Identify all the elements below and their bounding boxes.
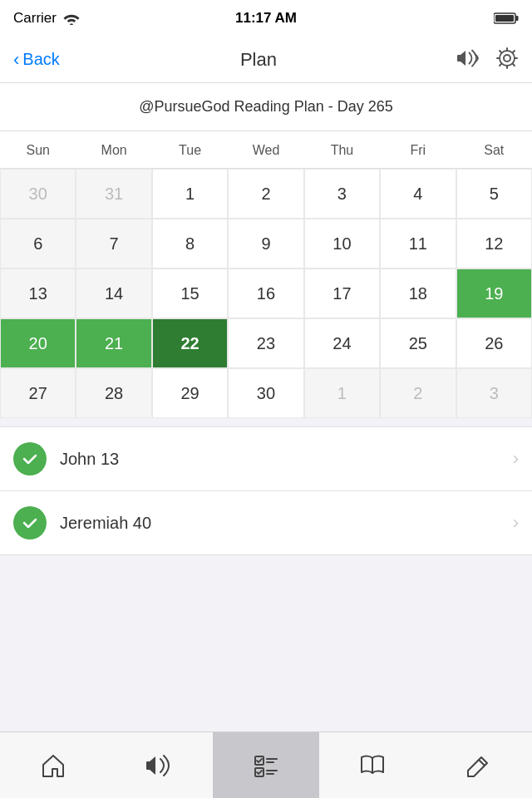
reading-list: John 13›Jeremiah 40›: [0, 426, 532, 555]
calendar-cell[interactable]: 3: [304, 169, 380, 219]
calendar-cell[interactable]: 12: [456, 219, 532, 268]
calendar-cell[interactable]: 9: [228, 219, 303, 268]
tab-audio[interactable]: [106, 732, 213, 798]
day-header-sat: Sat: [456, 131, 532, 168]
calendar-cell[interactable]: 1: [304, 368, 380, 418]
calendar-cell[interactable]: 15: [152, 268, 228, 318]
day-header-thu: Thu: [304, 131, 380, 168]
book-icon: [358, 751, 387, 780]
reading-item-0[interactable]: John 13›: [0, 427, 532, 491]
chevron-right-icon: ›: [513, 512, 519, 534]
calendar-cell[interactable]: 21: [76, 318, 151, 368]
back-chevron: ‹: [13, 49, 19, 71]
battery-icon: [494, 12, 519, 25]
calendar-cell[interactable]: 4: [380, 169, 456, 219]
check-icon: [13, 442, 47, 475]
svg-rect-2: [516, 16, 519, 21]
status-bar-time: 11:17 AM: [235, 10, 297, 27]
calendar-cell[interactable]: 8: [152, 219, 228, 268]
calendar-cell[interactable]: 1: [152, 169, 228, 219]
calendar-cell[interactable]: 14: [76, 268, 151, 318]
chevron-right-icon: ›: [513, 448, 519, 470]
home-icon: [39, 751, 67, 780]
calendar-cell[interactable]: 3: [456, 368, 532, 418]
calendar-cell[interactable]: 30: [228, 368, 303, 418]
tab-bar: [0, 732, 532, 798]
calendar-cell[interactable]: 16: [228, 268, 303, 318]
tab-edit[interactable]: [426, 732, 532, 798]
calendar-cell[interactable]: 11: [380, 219, 456, 268]
plan-title: @PursueGod Reading Plan - Day 265: [139, 98, 392, 115]
reading-label: Jeremiah 40: [60, 514, 513, 533]
tab-plans[interactable]: [213, 732, 319, 798]
calendar-cell[interactable]: 26: [456, 318, 532, 368]
status-bar: Carrier 11:17 AM: [0, 0, 532, 37]
svg-point-4: [504, 55, 510, 62]
volume-icon[interactable]: [457, 48, 480, 71]
calendar-cell[interactable]: 7: [76, 219, 151, 268]
calendar-cell[interactable]: 22: [152, 318, 228, 368]
checklist-icon: [252, 751, 280, 780]
day-header-mon: Mon: [76, 131, 151, 168]
calendar-cell[interactable]: 27: [0, 368, 76, 418]
nav-right-icons: [457, 47, 519, 73]
nav-bar: ‹ Back Plan: [0, 37, 532, 83]
svg-point-5: [500, 51, 515, 66]
tab-home[interactable]: [0, 732, 106, 798]
calendar-cell[interactable]: 17: [304, 268, 380, 318]
check-icon: [13, 506, 47, 539]
svg-rect-3: [495, 15, 514, 22]
carrier-label: Carrier: [13, 10, 57, 27]
calendar-cell[interactable]: 25: [380, 318, 456, 368]
gear-icon[interactable]: [495, 47, 519, 73]
calendar-cell[interactable]: 13: [0, 268, 76, 318]
calendar-cell[interactable]: 20: [0, 318, 76, 368]
calendar-section: Sun Mon Tue Wed Thu Fri Sat 303112345678…: [0, 131, 532, 418]
tab-volume-icon: [145, 753, 174, 778]
calendar-cell[interactable]: 2: [380, 368, 456, 418]
reading-label: John 13: [60, 450, 513, 469]
calendar-header: Sun Mon Tue Wed Thu Fri Sat: [0, 131, 532, 169]
reading-item-1[interactable]: Jeremiah 40›: [0, 491, 532, 554]
calendar-cell[interactable]: 6: [0, 219, 76, 268]
plan-title-section: @PursueGod Reading Plan - Day 265: [0, 83, 532, 131]
day-header-sun: Sun: [0, 131, 76, 168]
calendar-cell[interactable]: 19: [456, 268, 532, 318]
calendar-cell[interactable]: 10: [304, 219, 380, 268]
calendar-cell[interactable]: 18: [380, 268, 456, 318]
calendar-cell[interactable]: 23: [228, 318, 303, 368]
calendar-cell[interactable]: 31: [76, 169, 151, 219]
day-header-wed: Wed: [228, 131, 303, 168]
calendar-cell[interactable]: 30: [0, 169, 76, 219]
calendar-cell[interactable]: 29: [152, 368, 228, 418]
calendar-cell[interactable]: 24: [304, 318, 380, 368]
status-bar-left: Carrier: [13, 10, 80, 27]
calendar-cell[interactable]: 28: [76, 368, 151, 418]
back-button[interactable]: ‹ Back: [13, 49, 60, 71]
svg-point-0: [70, 23, 73, 25]
calendar-grid: 3031123456789101112131415161718192021222…: [0, 169, 532, 418]
edit-icon: [465, 751, 493, 780]
nav-title: Plan: [240, 49, 277, 71]
tab-books[interactable]: [319, 732, 426, 798]
day-header-fri: Fri: [380, 131, 456, 168]
wifi-icon: [63, 12, 80, 25]
calendar-cell[interactable]: 5: [456, 169, 532, 219]
status-bar-right: [494, 12, 519, 25]
day-header-tue: Tue: [152, 131, 228, 168]
calendar-cell[interactable]: 2: [228, 169, 303, 219]
back-label: Back: [22, 50, 59, 69]
